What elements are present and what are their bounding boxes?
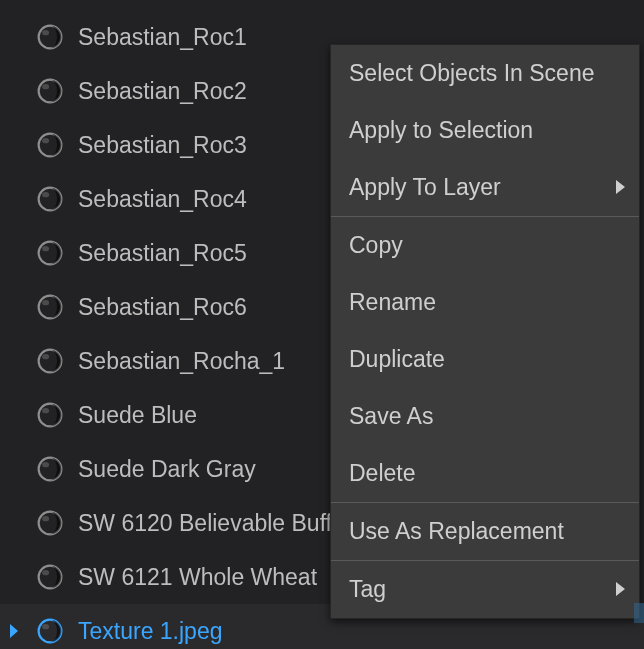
svg-point-5 (42, 138, 49, 143)
material-item-label: Sebastian_Roc3 (78, 132, 247, 159)
material-item-label: Suede Blue (78, 402, 197, 429)
material-item-label: Sebastian_Roc6 (78, 294, 247, 321)
menu-item-label: Delete (349, 460, 415, 487)
svg-point-13 (42, 354, 49, 359)
material-item-label: Sebastian_Roc5 (78, 240, 247, 267)
material-sphere-icon (36, 455, 64, 483)
material-sphere-icon (36, 347, 64, 375)
menu-item-delete[interactable]: Delete (331, 445, 639, 502)
material-sphere-icon (36, 563, 64, 591)
menu-item-rename[interactable]: Rename (331, 274, 639, 331)
menu-item-apply-to-selection[interactable]: Apply to Selection (331, 102, 639, 159)
material-item-label: Sebastian_Roc2 (78, 78, 247, 105)
material-sphere-icon (36, 509, 64, 537)
material-item-label: SW 6120 Believable Buff (78, 510, 332, 537)
context-menu: Select Objects In SceneApply to Selectio… (330, 44, 640, 619)
material-sphere-icon (36, 77, 64, 105)
svg-point-1 (42, 30, 49, 35)
menu-item-label: Use As Replacement (349, 518, 564, 545)
menu-item-tag[interactable]: Tag (331, 561, 639, 618)
expand-arrow-icon (10, 624, 18, 638)
menu-item-copy[interactable]: Copy (331, 217, 639, 274)
chevron-right-icon (616, 582, 625, 596)
material-sphere-icon (36, 185, 64, 213)
menu-item-apply-to-layer[interactable]: Apply To Layer (331, 159, 639, 216)
menu-item-label: Tag (349, 576, 386, 603)
menu-item-label: Rename (349, 289, 436, 316)
svg-point-19 (42, 516, 49, 521)
svg-point-3 (42, 84, 49, 89)
menu-item-duplicate[interactable]: Duplicate (331, 331, 639, 388)
menu-item-label: Select Objects In Scene (349, 60, 594, 87)
menu-item-label: Apply to Selection (349, 117, 533, 144)
material-sphere-icon (36, 239, 64, 267)
svg-point-9 (42, 246, 49, 251)
menu-item-save-as[interactable]: Save As (331, 388, 639, 445)
menu-item-label: Apply To Layer (349, 174, 501, 201)
menu-item-select-objects-in-scene[interactable]: Select Objects In Scene (331, 45, 639, 102)
svg-point-21 (42, 570, 49, 575)
chevron-right-icon (616, 180, 625, 194)
material-item-label: Texture 1.jpeg (78, 618, 222, 645)
material-sphere-icon (36, 617, 64, 645)
menu-item-use-as-replacement[interactable]: Use As Replacement (331, 503, 639, 560)
menu-item-label: Duplicate (349, 346, 445, 373)
menu-item-label: Copy (349, 232, 403, 259)
material-sphere-icon (36, 401, 64, 429)
material-sphere-icon (36, 23, 64, 51)
menu-item-label: Save As (349, 403, 433, 430)
material-item-label: Suede Dark Gray (78, 456, 256, 483)
material-sphere-icon (36, 293, 64, 321)
svg-point-7 (42, 192, 49, 197)
svg-point-23 (42, 624, 49, 629)
material-item-label: SW 6121 Whole Wheat (78, 564, 317, 591)
svg-point-11 (42, 300, 49, 305)
svg-point-17 (42, 462, 49, 467)
material-sphere-icon (36, 131, 64, 159)
svg-point-15 (42, 408, 49, 413)
material-item-label: Sebastian_Roc1 (78, 24, 247, 51)
material-item-label: Sebastian_Rocha_1 (78, 348, 285, 375)
material-item-label: Sebastian_Roc4 (78, 186, 247, 213)
